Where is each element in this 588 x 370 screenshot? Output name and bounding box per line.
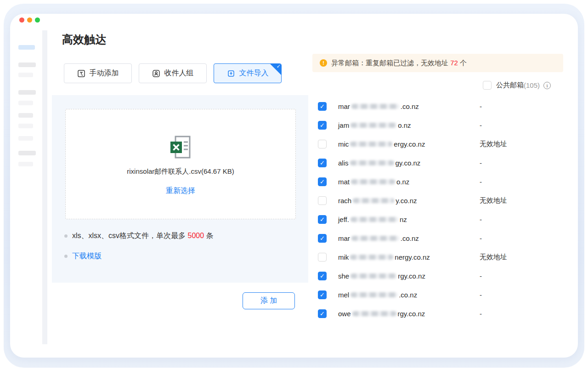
reselect-file-link[interactable]: 重新选择 — [66, 186, 295, 196]
email-status: - — [480, 216, 482, 223]
file-dropzone[interactable]: rixinsolar邮件联系人.csv(64.67 KB) 重新选择 — [65, 109, 296, 219]
email-checkbox[interactable] — [318, 196, 327, 205]
email-suffix: o.nz — [398, 121, 411, 129]
email-prefix: mar — [338, 102, 350, 110]
bullet-dot — [64, 255, 68, 258]
email-redacted-segment — [351, 179, 395, 184]
email-prefix: rach — [338, 197, 351, 205]
email-checkbox[interactable]: ✓ — [318, 309, 327, 318]
email-redacted-segment — [351, 292, 397, 297]
abnormal-mailbox-alert: ! 异常邮箱：重复邮箱已过滤，无效地址 72 个 — [312, 54, 563, 72]
email-address: rachy.co.nz — [338, 197, 417, 205]
email-suffix: rgy.co.nz — [398, 272, 425, 280]
email-status: - — [480, 272, 482, 280]
sidebar-skeleton-bar — [18, 63, 36, 67]
email-redacted-segment — [353, 198, 394, 203]
email-row: micergy.co.nz 无效地址 — [308, 135, 563, 154]
email-row: miknergy.co.nz 无效地址 — [308, 248, 563, 267]
sidebar-skeleton-bar — [18, 136, 33, 141]
email-checkbox[interactable]: ✓ — [318, 272, 327, 280]
email-row: ✓ shergy.co.nz - — [308, 267, 563, 285]
email-redacted-segment — [351, 273, 396, 279]
email-prefix: mat — [338, 178, 350, 186]
email-address: mar.co.nz — [338, 102, 419, 110]
email-row: ✓ jeff.nz - — [308, 210, 563, 229]
window-controls — [19, 17, 40, 23]
email-status: - — [480, 159, 482, 167]
email-status: - — [480, 310, 482, 318]
email-checkbox[interactable]: ✓ — [318, 290, 327, 299]
email-prefix: jeff. — [338, 216, 349, 223]
email-checkbox[interactable]: ✓ — [318, 177, 327, 186]
sidebar-skeleton-bar — [18, 101, 33, 105]
email-checkbox[interactable]: ✓ — [318, 102, 327, 111]
download-template-link[interactable]: 下载模版 — [72, 251, 102, 261]
sidebar-skeleton-bar — [18, 162, 33, 166]
email-status: 无效地址 — [480, 196, 507, 205]
info-icon[interactable]: i — [543, 82, 551, 89]
email-row: ✓ jamo.nz - — [308, 116, 563, 135]
sidebar-skeleton-bar — [18, 90, 36, 95]
close-window-dot[interactable] — [19, 17, 24, 23]
format-note-suffix: 条 — [204, 232, 213, 239]
sidebar-skeleton-bar — [18, 73, 33, 77]
tab-recipient-group[interactable]: 收件人组 ✓ — [139, 63, 207, 83]
public-mailbox-row: 公共邮箱 (105) i — [483, 81, 551, 90]
email-status: - — [480, 121, 482, 129]
email-prefix: mik — [338, 253, 349, 261]
email-checkbox[interactable] — [318, 140, 327, 148]
tab-manual-add[interactable]: 手动添加 ✓ — [64, 63, 132, 83]
download-template-row: 下载模版 — [64, 251, 102, 261]
email-redacted-segment — [351, 104, 399, 109]
email-suffix: .co.nz — [401, 102, 419, 110]
email-redacted-segment — [351, 217, 398, 222]
email-row: ✓ mar.co.nz - — [308, 229, 563, 248]
excel-file-icon — [167, 134, 194, 161]
maximize-window-dot[interactable] — [35, 17, 40, 23]
email-address: owergy.co.nz — [338, 310, 425, 318]
email-address: mato.nz — [338, 178, 409, 186]
email-list: ✓ mar.co.nz - ✓ jamo.nz - micergy.co.nz … — [308, 97, 563, 323]
add-button[interactable]: 添 加 — [243, 292, 295, 309]
email-checkbox[interactable]: ✓ — [318, 215, 327, 224]
sidebar-divider — [42, 30, 47, 344]
sidebar-skeleton-bar — [18, 45, 35, 50]
email-row: ✓ mato.nz - — [308, 172, 563, 191]
bullet-dot — [64, 234, 68, 238]
sidebar-skeleton-bar — [18, 113, 33, 118]
public-mailbox-checkbox[interactable] — [483, 81, 492, 90]
warning-icon: ! — [320, 59, 327, 67]
email-address: micergy.co.nz — [338, 140, 425, 148]
email-status: - — [480, 234, 482, 242]
minimize-window-dot[interactable] — [27, 17, 32, 23]
email-prefix: mar — [338, 234, 350, 242]
email-status: 无效地址 — [480, 140, 507, 148]
public-mailbox-label: 公共邮箱 — [496, 81, 524, 90]
email-prefix: she — [338, 272, 349, 280]
email-row: ✓ alisgy.co.nz - — [308, 154, 563, 172]
email-suffix: nergy.co.nz — [395, 253, 430, 261]
selected-check-icon: ✓ — [277, 63, 281, 69]
email-checkbox[interactable]: ✓ — [318, 234, 327, 243]
sidebar-skeleton-bar — [18, 124, 33, 128]
email-row: ✓ mar.co.nz - — [308, 97, 563, 116]
email-checkbox[interactable]: ✓ — [318, 121, 327, 130]
tab-label: 收件人组 — [164, 68, 194, 78]
email-status: - — [480, 102, 482, 110]
email-checkbox[interactable] — [318, 253, 327, 262]
email-prefix: mic — [338, 140, 349, 148]
email-status: 无效地址 — [480, 253, 507, 262]
manual-add-icon — [77, 69, 85, 78]
tab-file-import[interactable]: 文件导入 ✓ — [214, 63, 282, 83]
email-checkbox[interactable]: ✓ — [318, 159, 327, 167]
email-redacted-segment — [351, 236, 399, 241]
email-address: shergy.co.nz — [338, 272, 425, 280]
app-window: 高效触达 手动添加 ✓ 收件人组 ✓ 文件导入 ✓ ! — [10, 14, 578, 358]
email-address: jeff.nz — [338, 216, 407, 223]
tab-label: 手动添加 — [90, 68, 119, 78]
uploaded-file-name: rixinsolar邮件联系人.csv(64.67 KB) — [66, 167, 295, 176]
email-address: mel.co.nz — [338, 291, 417, 299]
invalid-count: 72 — [450, 59, 458, 67]
email-redacted-segment — [350, 160, 394, 165]
email-row: ✓ owergy.co.nz - — [308, 304, 563, 323]
